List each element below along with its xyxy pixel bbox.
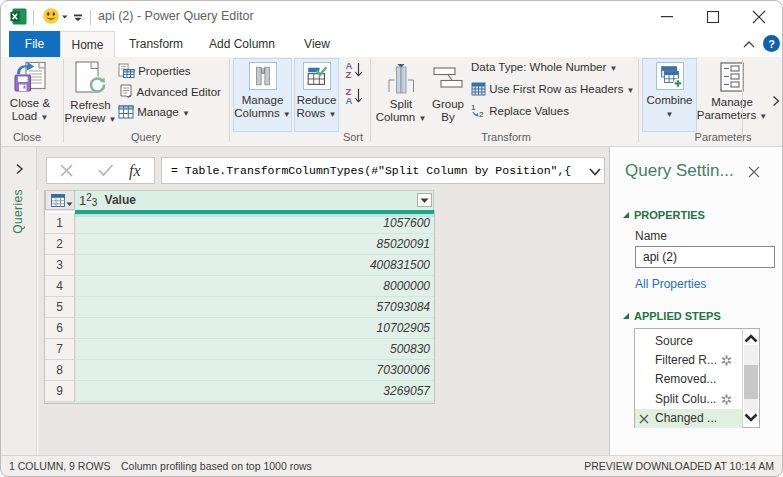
svg-text:?: ?	[768, 38, 775, 50]
svg-text:2: 2	[479, 110, 484, 118]
svg-text:A: A	[346, 95, 353, 106]
svg-text:Z: Z	[346, 69, 352, 80]
svg-text:1: 1	[471, 103, 476, 112]
svg-text:fx: fx	[129, 162, 141, 180]
